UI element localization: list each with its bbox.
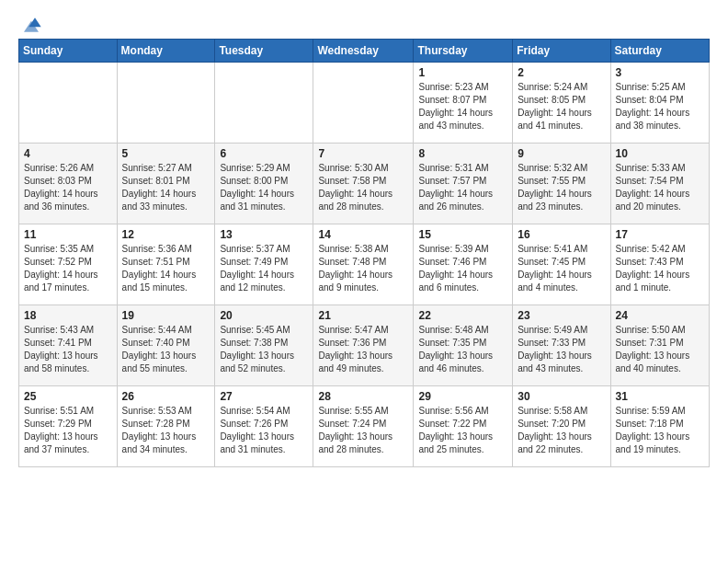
day-number: 7 (318, 147, 408, 160)
day-info: Sunrise: 5:25 AM Sunset: 8:04 PM Dayligh… (616, 81, 704, 132)
day-info: Sunrise: 5:38 AM Sunset: 7:48 PM Dayligh… (318, 243, 408, 294)
day-number: 21 (318, 309, 408, 322)
day-info: Sunrise: 5:24 AM Sunset: 8:05 PM Dayligh… (518, 81, 605, 132)
calendar-cell: 28Sunrise: 5:55 AM Sunset: 7:24 PM Dayli… (313, 386, 414, 467)
column-header-friday: Friday (513, 40, 610, 63)
day-number: 23 (518, 309, 605, 322)
calendar-cell: 13Sunrise: 5:37 AM Sunset: 7:49 PM Dayli… (215, 224, 313, 305)
calendar-header-row: SundayMondayTuesdayWednesdayThursdayFrid… (19, 40, 710, 63)
day-info: Sunrise: 5:59 AM Sunset: 7:18 PM Dayligh… (616, 405, 704, 456)
day-number: 17 (616, 228, 704, 241)
day-number: 4 (24, 147, 112, 160)
calendar-cell: 20Sunrise: 5:45 AM Sunset: 7:38 PM Dayli… (215, 305, 313, 386)
calendar-week-row: 11Sunrise: 5:35 AM Sunset: 7:52 PM Dayli… (19, 224, 710, 305)
day-number: 28 (318, 390, 408, 403)
column-header-saturday: Saturday (610, 40, 709, 63)
calendar-cell: 12Sunrise: 5:36 AM Sunset: 7:51 PM Dayli… (117, 224, 215, 305)
calendar-cell: 9Sunrise: 5:32 AM Sunset: 7:55 PM Daylig… (513, 144, 610, 224)
calendar-cell: 21Sunrise: 5:47 AM Sunset: 7:36 PM Dayli… (313, 305, 414, 386)
calendar-cell: 24Sunrise: 5:50 AM Sunset: 7:31 PM Dayli… (610, 305, 709, 386)
day-number: 25 (24, 390, 112, 403)
calendar-cell (215, 63, 313, 144)
calendar-cell: 17Sunrise: 5:42 AM Sunset: 7:43 PM Dayli… (610, 224, 709, 305)
day-info: Sunrise: 5:30 AM Sunset: 7:58 PM Dayligh… (318, 162, 408, 213)
calendar-cell: 6Sunrise: 5:29 AM Sunset: 8:00 PM Daylig… (215, 144, 313, 224)
calendar-week-row: 1Sunrise: 5:23 AM Sunset: 8:07 PM Daylig… (19, 63, 710, 144)
calendar-cell: 22Sunrise: 5:48 AM Sunset: 7:35 PM Dayli… (414, 305, 513, 386)
day-info: Sunrise: 5:26 AM Sunset: 8:03 PM Dayligh… (24, 162, 112, 213)
day-info: Sunrise: 5:23 AM Sunset: 8:07 PM Dayligh… (418, 81, 507, 132)
calendar-cell (117, 63, 215, 144)
day-info: Sunrise: 5:51 AM Sunset: 7:29 PM Dayligh… (24, 405, 112, 456)
calendar-cell: 29Sunrise: 5:56 AM Sunset: 7:22 PM Dayli… (414, 386, 513, 467)
calendar-week-row: 25Sunrise: 5:51 AM Sunset: 7:29 PM Dayli… (19, 386, 710, 467)
day-info: Sunrise: 5:36 AM Sunset: 7:51 PM Dayligh… (122, 243, 210, 294)
calendar-cell: 5Sunrise: 5:27 AM Sunset: 8:01 PM Daylig… (117, 144, 215, 224)
column-header-wednesday: Wednesday (313, 40, 414, 63)
day-number: 14 (318, 228, 408, 241)
day-number: 12 (122, 228, 210, 241)
day-number: 16 (518, 228, 605, 241)
day-info: Sunrise: 5:29 AM Sunset: 8:00 PM Dayligh… (220, 162, 308, 213)
calendar-cell (313, 63, 414, 144)
day-info: Sunrise: 5:48 AM Sunset: 7:35 PM Dayligh… (418, 324, 507, 375)
calendar-cell: 26Sunrise: 5:53 AM Sunset: 7:28 PM Dayli… (117, 386, 215, 467)
day-info: Sunrise: 5:54 AM Sunset: 7:26 PM Dayligh… (220, 405, 308, 456)
calendar-cell: 27Sunrise: 5:54 AM Sunset: 7:26 PM Dayli… (215, 386, 313, 467)
calendar-cell: 1Sunrise: 5:23 AM Sunset: 8:07 PM Daylig… (414, 63, 513, 144)
day-number: 13 (220, 228, 308, 241)
calendar-week-row: 18Sunrise: 5:43 AM Sunset: 7:41 PM Dayli… (19, 305, 710, 386)
day-number: 11 (24, 228, 112, 241)
day-number: 20 (220, 309, 308, 322)
day-number: 10 (616, 147, 704, 160)
day-number: 6 (220, 147, 308, 160)
day-number: 8 (418, 147, 507, 160)
day-info: Sunrise: 5:27 AM Sunset: 8:01 PM Dayligh… (122, 162, 210, 213)
day-number: 27 (220, 390, 308, 403)
calendar-cell: 30Sunrise: 5:58 AM Sunset: 7:20 PM Dayli… (513, 386, 610, 467)
calendar-cell: 10Sunrise: 5:33 AM Sunset: 7:54 PM Dayli… (610, 144, 709, 224)
day-info: Sunrise: 5:53 AM Sunset: 7:28 PM Dayligh… (122, 405, 210, 456)
calendar-cell: 14Sunrise: 5:38 AM Sunset: 7:48 PM Dayli… (313, 224, 414, 305)
day-number: 2 (518, 66, 605, 79)
day-info: Sunrise: 5:49 AM Sunset: 7:33 PM Dayligh… (518, 324, 605, 375)
day-info: Sunrise: 5:44 AM Sunset: 7:40 PM Dayligh… (122, 324, 210, 375)
day-info: Sunrise: 5:42 AM Sunset: 7:43 PM Dayligh… (616, 243, 704, 294)
day-number: 31 (616, 390, 704, 403)
day-info: Sunrise: 5:58 AM Sunset: 7:20 PM Dayligh… (518, 405, 605, 456)
column-header-tuesday: Tuesday (215, 40, 313, 63)
day-number: 26 (122, 390, 210, 403)
calendar-cell: 7Sunrise: 5:30 AM Sunset: 7:58 PM Daylig… (313, 144, 414, 224)
calendar-cell: 18Sunrise: 5:43 AM Sunset: 7:41 PM Dayli… (19, 305, 118, 386)
calendar-table: SundayMondayTuesdayWednesdayThursdayFrid… (18, 39, 710, 467)
day-info: Sunrise: 5:47 AM Sunset: 7:36 PM Dayligh… (318, 324, 408, 375)
calendar-cell: 25Sunrise: 5:51 AM Sunset: 7:29 PM Dayli… (19, 386, 118, 467)
calendar-cell: 4Sunrise: 5:26 AM Sunset: 8:03 PM Daylig… (19, 144, 118, 224)
calendar-cell: 11Sunrise: 5:35 AM Sunset: 7:52 PM Dayli… (19, 224, 118, 305)
calendar-cell (19, 63, 118, 144)
day-info: Sunrise: 5:50 AM Sunset: 7:31 PM Dayligh… (616, 324, 704, 375)
calendar-cell: 8Sunrise: 5:31 AM Sunset: 7:57 PM Daylig… (414, 144, 513, 224)
day-number: 30 (518, 390, 605, 403)
calendar-cell: 2Sunrise: 5:24 AM Sunset: 8:05 PM Daylig… (513, 63, 610, 144)
calendar-cell: 15Sunrise: 5:39 AM Sunset: 7:46 PM Dayli… (414, 224, 513, 305)
day-number: 3 (616, 66, 704, 79)
column-header-monday: Monday (117, 40, 215, 63)
day-info: Sunrise: 5:43 AM Sunset: 7:41 PM Dayligh… (24, 324, 112, 375)
logo (18, 15, 42, 33)
day-info: Sunrise: 5:35 AM Sunset: 7:52 PM Dayligh… (24, 243, 112, 294)
day-number: 18 (24, 309, 112, 322)
day-info: Sunrise: 5:31 AM Sunset: 7:57 PM Dayligh… (418, 162, 507, 213)
day-info: Sunrise: 5:45 AM Sunset: 7:38 PM Dayligh… (220, 324, 308, 375)
day-number: 19 (122, 309, 210, 322)
day-info: Sunrise: 5:32 AM Sunset: 7:55 PM Dayligh… (518, 162, 605, 213)
day-number: 9 (518, 147, 605, 160)
day-number: 24 (616, 309, 704, 322)
day-number: 29 (418, 390, 507, 403)
column-header-sunday: Sunday (19, 40, 118, 63)
column-header-thursday: Thursday (414, 40, 513, 63)
day-info: Sunrise: 5:39 AM Sunset: 7:46 PM Dayligh… (418, 243, 507, 294)
day-info: Sunrise: 5:33 AM Sunset: 7:54 PM Dayligh… (616, 162, 704, 213)
calendar-cell: 31Sunrise: 5:59 AM Sunset: 7:18 PM Dayli… (610, 386, 709, 467)
page-header (18, 15, 710, 33)
